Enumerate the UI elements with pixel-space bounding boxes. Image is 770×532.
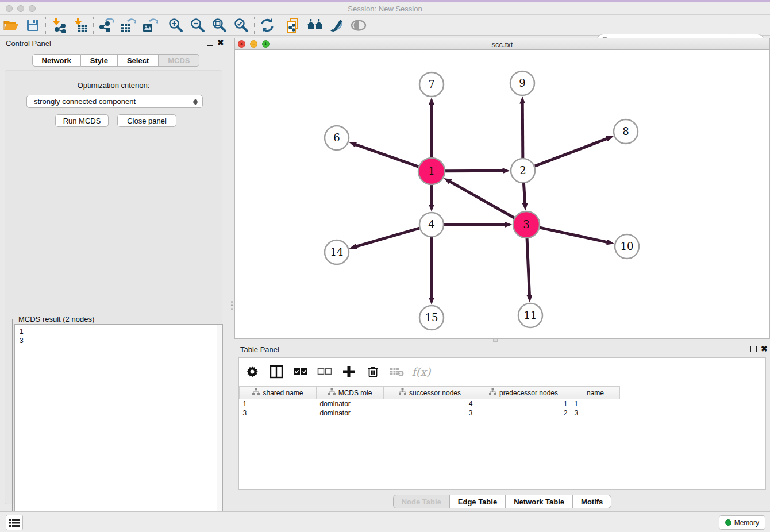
graph-edge-2-9[interactable] [522,103,523,158]
zoom-in-icon[interactable] [165,16,187,34]
import-network-icon[interactable] [48,16,70,34]
zoom-selected-icon[interactable] [230,16,252,34]
float-table-panel-icon[interactable] [750,346,757,352]
list-icon [9,518,20,527]
column-header-mcds_role[interactable]: MCDS role [317,387,384,399]
toolbar-separator [93,17,94,34]
save-session-icon[interactable] [22,16,44,34]
memory-button[interactable]: Memory [719,515,765,530]
graph-edge-2-3[interactable] [523,183,525,203]
tab-network[interactable]: Network [32,54,81,67]
tree-icon [489,388,496,397]
import-table-icon[interactable] [70,16,91,34]
graph-node-14[interactable]: 14 [325,240,349,264]
memory-label: Memory [734,519,759,527]
close-panel-button[interactable]: Close panel [117,114,176,127]
delete-table-icon[interactable] [390,364,405,379]
add-row-icon[interactable] [341,364,356,379]
zoom-out-icon[interactable] [187,16,209,34]
tab-style[interactable]: Style [81,54,118,67]
graph-node-8[interactable]: 8 [614,119,638,144]
style-visuals-icon[interactable] [326,16,348,34]
tab-motifs[interactable]: Motifs [573,495,611,508]
select-stepper-icon [192,97,199,106]
mcds-result-textarea[interactable]: 1 3 [14,324,223,532]
graph-node-label: 14 [330,246,344,258]
cell-shared_name[interactable]: 1 [240,399,317,408]
column-header-shared_name[interactable]: shared name [240,387,317,399]
control-panel-title: Control Panel [6,39,51,48]
cell-name[interactable]: 1 [571,399,620,408]
table-row[interactable]: 3dominator323 [240,408,620,418]
table-settings-gear-icon[interactable] [245,364,260,379]
graph-node-7[interactable]: 7 [419,72,444,97]
toolbar-separator [163,17,163,34]
open-session-icon[interactable] [0,16,22,34]
export-table-icon[interactable] [117,16,139,34]
vertical-splitter[interactable] [229,36,234,511]
cell-successor_nodes[interactable]: 4 [384,399,476,408]
cell-mcds_role[interactable]: dominator [317,399,384,408]
graph-node-15[interactable]: 15 [419,306,444,330]
cell-predecessor_nodes[interactable]: 1 [476,399,571,408]
tab-network-table[interactable]: Network Table [506,495,573,508]
delete-row-icon[interactable] [365,364,380,379]
mcds-result-scrollbar[interactable] [217,325,222,532]
run-mcds-button[interactable]: Run MCDS [55,114,109,127]
tab-edge-table[interactable]: Edge Table [450,495,506,508]
column-header-successor_nodes[interactable]: successor nodes [384,387,476,399]
network-window-titlebar[interactable]: × − + scc.txt [235,38,769,50]
network-view-window: × − + scc.txt 7968124314101511 [234,38,770,339]
export-image-icon[interactable] [139,16,161,34]
cell-successor_nodes[interactable]: 3 [384,408,476,418]
graph-node-2[interactable]: 2 [511,159,535,183]
graph-node-6[interactable]: 6 [325,126,349,150]
graph-node-4[interactable]: 4 [419,213,444,237]
graph-edge-3-1[interactable] [450,182,514,218]
graph-node-3[interactable]: 3 [513,211,540,238]
tab-select[interactable]: Select [118,54,159,67]
table-panel-title: Table Panel [240,345,279,354]
graph-edge-3-11[interactable] [527,238,529,295]
select-all-columns-icon[interactable] [293,364,308,379]
cell-predecessor_nodes[interactable]: 2 [476,408,571,418]
home-view-icon[interactable] [304,16,326,34]
graph-node-9[interactable]: 9 [510,71,534,95]
graph-edge-3-10[interactable] [540,228,607,242]
close-panel-icon[interactable]: ✖ [217,38,224,47]
close-table-panel-icon[interactable]: ✖ [761,344,768,353]
cell-name[interactable]: 3 [571,408,620,418]
task-history-button[interactable] [6,515,23,530]
export-network-icon[interactable] [95,16,117,34]
mcds-result-text: 1 3 [20,327,24,345]
network-canvas[interactable]: 7968124314101511 [235,50,769,338]
refresh-icon[interactable] [256,16,278,34]
show-hide-eye-icon[interactable] [348,16,369,34]
cell-shared_name[interactable]: 3 [240,408,317,418]
table-row[interactable]: 1dominator411 [240,399,620,408]
graph-edge-1-2[interactable] [445,171,503,171]
optimization-criterion-select[interactable]: strongly connected component [26,95,203,108]
apply-function-icon[interactable]: f(x) [414,364,429,379]
main-toolbar [0,15,770,36]
tab-node-table[interactable]: Node Table [393,495,450,508]
graph-node-1[interactable]: 1 [418,158,445,184]
tab-mcds[interactable]: MCDS [159,54,199,67]
column-header-name[interactable]: name [571,387,620,399]
graph-edge-4-14[interactable] [356,228,419,246]
graph-edge-1-6[interactable] [356,145,418,167]
float-panel-icon[interactable] [207,40,213,46]
column-header-predecessor_nodes[interactable]: predecessor nodes [476,387,571,399]
duplicate-network-icon[interactable] [282,16,304,34]
deselect-all-columns-icon[interactable] [317,364,332,379]
graph-node-10[interactable]: 10 [615,234,639,259]
show-columns-icon[interactable] [269,364,284,379]
app-title: Session: New Session [0,5,770,13]
table-toolbar: f(x) [245,361,429,382]
control-panel: Control Panel ✖ NetworkStyleSelectMCDS O… [0,36,232,511]
graph-node-label: 10 [621,240,634,252]
graph-node-11[interactable]: 11 [518,303,542,327]
cell-mcds_role[interactable]: dominator [317,408,384,418]
zoom-fit-icon[interactable] [209,16,230,34]
graph-edge-2-8[interactable] [535,138,607,166]
